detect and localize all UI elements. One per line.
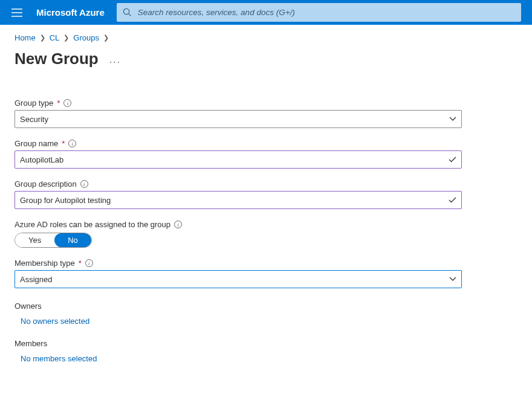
members-link[interactable]: No members selected: [15, 354, 517, 363]
breadcrumb: Home ❯ CL ❯ Groups ❯: [15, 33, 517, 42]
breadcrumb-groups[interactable]: Groups: [73, 33, 99, 42]
search-box[interactable]: [117, 3, 521, 22]
group-description-label: Group description: [15, 179, 77, 189]
chevron-right-icon: ❯: [63, 34, 69, 42]
group-type-label: Group type: [15, 98, 53, 108]
membership-type-select[interactable]: Assigned: [15, 270, 462, 288]
group-type-select[interactable]: Security: [15, 110, 462, 128]
info-icon[interactable]: i: [80, 180, 88, 188]
info-icon[interactable]: i: [68, 140, 76, 147]
owners-label: Owners: [15, 302, 517, 311]
checkmark-icon: [449, 156, 456, 163]
more-actions-button[interactable]: ···: [109, 51, 121, 68]
hamburger-icon: [11, 8, 22, 17]
chevron-down-icon: [449, 117, 456, 121]
info-icon[interactable]: i: [63, 99, 71, 107]
chevron-down-icon: [449, 277, 456, 282]
toggle-yes[interactable]: Yes: [15, 233, 54, 247]
top-bar: Microsoft Azure: [0, 0, 532, 25]
required-indicator: *: [57, 98, 60, 108]
chevron-right-icon: ❯: [40, 34, 45, 42]
page-title: New Group: [15, 50, 99, 68]
checkmark-icon: [449, 197, 456, 203]
owners-link[interactable]: No owners selected: [15, 317, 517, 326]
svg-line-4: [128, 14, 131, 16]
toggle-no[interactable]: No: [54, 233, 91, 247]
group-description-value: Group for Autopilot testing: [20, 196, 111, 205]
search-input[interactable]: [132, 8, 515, 17]
required-indicator: *: [62, 139, 65, 148]
hamburger-menu-button[interactable]: [5, 0, 29, 25]
membership-type-value: Assigned: [20, 275, 52, 284]
brand-label[interactable]: Microsoft Azure: [29, 7, 117, 18]
group-name-label: Group name: [15, 139, 58, 148]
search-icon: [123, 8, 132, 17]
info-icon[interactable]: i: [174, 221, 182, 228]
svg-point-3: [123, 8, 129, 14]
group-name-input[interactable]: AutopilotLab: [15, 150, 462, 169]
aad-roles-toggle[interactable]: Yes No: [15, 233, 92, 248]
chevron-right-icon: ❯: [103, 34, 109, 42]
required-indicator: *: [79, 259, 82, 268]
membership-type-label: Membership type: [15, 259, 75, 268]
group-description-input[interactable]: Group for Autopilot testing: [15, 191, 462, 209]
breadcrumb-cl[interactable]: CL: [50, 33, 60, 42]
info-icon[interactable]: i: [85, 259, 93, 267]
members-label: Members: [15, 339, 517, 348]
group-type-value: Security: [20, 115, 48, 124]
breadcrumb-home[interactable]: Home: [15, 33, 36, 42]
aad-roles-label: Azure AD roles can be assigned to the gr…: [15, 220, 170, 229]
group-name-value: AutopilotLab: [20, 155, 63, 164]
